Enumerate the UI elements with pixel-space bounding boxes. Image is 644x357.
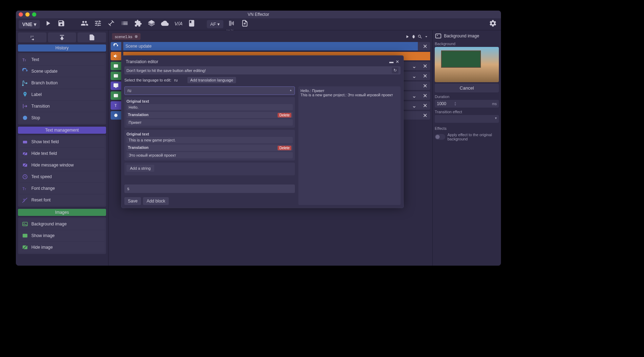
sidebar-item-branch[interactable]: Branch button [19,78,105,88]
translation-input[interactable]: Привет [126,119,293,126]
sidebar-item-show-text[interactable]: Show text field [19,137,105,147]
sidebar-item-scene-update[interactable]: Scene update [19,66,105,77]
sidebar-tab-file[interactable] [78,32,106,42]
bubble-icon [111,81,121,90]
remove-row-icon[interactable]: ✕ [420,43,430,50]
delete-button[interactable]: Delete [278,146,291,150]
language-select[interactable]: ru [124,86,295,95]
cancel-button[interactable]: Cancel [435,84,499,92]
cloud-icon[interactable] [160,19,170,30]
close-modal-icon[interactable]: ✕ [396,59,399,64]
hammer-icon[interactable] [106,19,117,30]
close-window-button[interactable] [19,12,23,17]
sidebar-item-hide-text[interactable]: Hide text field [19,148,105,159]
remove-row-icon[interactable]: ✕ [420,63,430,69]
bug-icon[interactable] [411,34,416,39]
book-icon[interactable] [186,19,197,30]
remove-row-icon[interactable]: ✕ [420,83,430,89]
speed-icon [21,173,29,180]
file-tab[interactable]: scene1.ks⊗ [112,33,141,40]
duration-input[interactable] [437,101,454,106]
stop-row-icon [111,111,121,120]
sidebar-tab-flow[interactable] [18,32,47,42]
preview-line-0: Hello.: Привет [301,89,398,93]
sidebar-tabs [18,32,106,42]
sidebar-item-label[interactable]: Label [19,89,105,100]
save-icon[interactable] [56,19,67,30]
scene-row-scene-update[interactable]: Scene update ✕ [111,42,430,50]
add-language-button[interactable]: Add translation language [187,77,236,83]
bg-image-icon [21,220,29,228]
sidebar-item-hide-image[interactable]: Hide image [19,242,105,253]
svg-text:T: T [25,59,26,62]
minimize-window-button[interactable] [25,12,30,17]
maximize-window-button[interactable] [32,12,36,17]
play-small-icon[interactable] [405,34,410,39]
svg-rect-20 [114,74,118,77]
close-tab-icon[interactable]: ⊗ [135,34,138,39]
remove-row-icon[interactable]: ✕ [420,92,430,99]
live2d-icon[interactable]: Live 2d [226,19,237,30]
chevron-down-icon[interactable]: ⌄ [410,102,418,109]
show-text-icon [21,138,29,145]
hide-text-icon [21,150,29,157]
translation-editor-modal: Translation editor ▬ ✕ Don't forget to h… [122,56,403,208]
modal-title: Translation editor [126,59,158,64]
bg-image-icon [435,32,442,40]
variable-icon[interactable]: V/A [173,19,184,30]
refresh-icon[interactable]: ↻ [392,67,398,73]
preview-line-1: This is a new game project.: Это новый и… [301,93,398,97]
window-title: VN Effector [248,12,269,17]
section-images: Images Background image Show image Hide … [18,209,106,254]
chevron-down-icon[interactable]: ⌄ [410,73,418,79]
play-icon[interactable] [43,19,53,30]
apply-effect-toggle[interactable] [435,134,445,140]
remove-row-icon[interactable]: ✕ [420,102,430,109]
sidebar-item-text-speed[interactable]: Text speed [19,171,105,182]
scene-row-label: Scene update [123,42,418,50]
chevron-down-icon[interactable]: ⌄ [410,92,418,99]
transition-select[interactable] [435,115,499,123]
minimize-modal-icon[interactable]: ▬ [389,59,394,64]
add-string-block: Add a string [124,163,295,175]
layers-icon[interactable] [146,19,157,30]
bg-preview-image[interactable] [435,47,499,82]
section-header-images: Images [18,209,106,216]
delete-button[interactable]: Delete [278,113,291,117]
text-icon: TT [21,56,29,63]
image-row-icon [111,62,121,70]
add-block-button[interactable]: Add block [143,197,169,205]
save-button[interactable]: Save [124,197,141,205]
sidebar-item-stop[interactable]: Stop [19,113,105,123]
show-image-icon [21,232,29,239]
svg-text:T: T [114,103,117,108]
sidebar-item-text[interactable]: TTText [19,54,105,65]
puzzle-icon[interactable] [133,19,143,30]
vne-menu-button[interactable]: VNE ▾ [19,20,40,29]
sidebar-item-reset-font[interactable]: TReset font [19,195,105,205]
chevron-down-icon[interactable]: ⌄ [410,63,418,69]
list-icon[interactable] [119,19,130,30]
add-string-button[interactable]: Add a string [126,165,154,172]
sidebar-tab-download[interactable] [48,32,76,42]
af-menu-button[interactable]: AF ▾ [207,20,224,28]
translation-input[interactable]: Это новый игровой проект [126,152,293,158]
svg-point-3 [23,116,27,120]
chevron-down-small-icon[interactable] [424,34,429,39]
sidebar-item-show-image[interactable]: Show image [19,230,105,241]
remove-row-icon[interactable]: ✕ [420,112,430,119]
original-text: This is a new game project. [126,137,293,143]
remove-row-icon[interactable]: ✕ [420,73,430,79]
stepper-icon[interactable]: ▴▾ [454,101,456,106]
search-input[interactable] [124,184,295,193]
sidebar-item-bg-image[interactable]: Background image [19,219,105,229]
inspector-title: Background image [444,34,479,38]
export-icon[interactable] [240,19,250,30]
sidebar-item-transition[interactable]: Transition [19,101,105,111]
people-icon[interactable] [79,19,90,30]
sidebar-item-font-change[interactable]: TTFont change [19,183,105,194]
gear-icon[interactable] [488,19,498,30]
search-small-icon[interactable] [417,34,422,39]
sidebar-item-hide-msg[interactable]: Hide message window [19,160,105,170]
sliders-icon[interactable] [93,19,103,30]
